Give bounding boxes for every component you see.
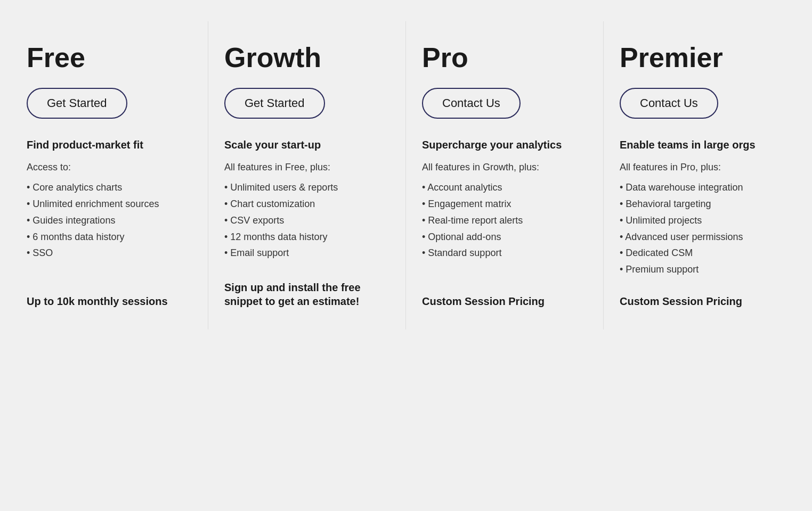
plan-card-growth: GrowthGet StartedScale your start-upAll … [208,21,406,329]
plan-features-growth: • Unlimited users & reports• Chart custo… [224,180,389,265]
plan-tagline-free: Find product-market fit [27,138,192,152]
feature-item: • Unlimited projects [620,213,785,228]
feature-item: • 12 months data history [224,229,389,245]
cta-button-free[interactable]: Get Started [27,88,127,119]
plan-description-free: Access to: [27,160,192,175]
plan-description-premier: All features in Pro, plus: [620,160,785,175]
feature-item: • Email support [224,245,389,261]
plan-features-premier: • Data warehouse integration• Behavioral… [620,180,785,278]
plan-tagline-pro: Supercharge your analytics [422,138,587,152]
plan-card-free: FreeGet StartedFind product-market fitAc… [11,21,208,329]
feature-item: • 6 months data history [27,229,192,245]
feature-item: • Core analytics charts [27,180,192,195]
feature-item: • Advanced user permissions [620,229,785,245]
feature-item: • Data warehouse integration [620,180,785,195]
plan-title-premier: Premier [620,43,785,73]
plan-tagline-premier: Enable teams in large orgs [620,138,785,152]
feature-item: • Behavioral targeting [620,196,785,212]
pricing-grid: FreeGet StartedFind product-market fitAc… [11,21,801,329]
feature-item: • Optional add-ons [422,229,587,245]
plan-description-growth: All features in Free, plus: [224,160,389,175]
feature-item: • Real-time report alerts [422,213,587,228]
feature-item: • Standard support [422,245,587,261]
feature-item: • Dedicated CSM [620,245,785,261]
feature-item: • Engagement matrix [422,196,587,212]
plan-features-pro: • Account analytics• Engagement matrix• … [422,180,587,278]
plan-footer-premier: Custom Session Pricing [620,294,785,308]
feature-item: • Account analytics [422,180,587,195]
cta-button-premier[interactable]: Contact Us [620,88,718,119]
feature-item: • Unlimited users & reports [224,180,389,195]
plan-description-pro: All features in Growth, plus: [422,160,587,175]
feature-item: • Guides integrations [27,213,192,228]
plan-footer-pro: Custom Session Pricing [422,294,587,308]
plan-title-free: Free [27,43,192,73]
plan-footer-free: Up to 10k monthly sessions [27,294,192,308]
feature-item: • Premium support [620,262,785,277]
plan-card-pro: ProContact UsSupercharge your analyticsA… [406,21,604,329]
plan-features-free: • Core analytics charts• Unlimited enric… [27,180,192,278]
plan-footer-growth: Sign up and install the free snippet to … [224,281,389,308]
feature-item: • Chart customization [224,196,389,212]
plan-card-premier: PremierContact UsEnable teams in large o… [604,21,801,329]
cta-button-growth[interactable]: Get Started [224,88,325,119]
plan-title-growth: Growth [224,43,389,73]
feature-item: • CSV exports [224,213,389,228]
feature-item: • Unlimited enrichment sources [27,196,192,212]
feature-item: • SSO [27,245,192,261]
plan-title-pro: Pro [422,43,587,73]
plan-tagline-growth: Scale your start-up [224,138,389,152]
cta-button-pro[interactable]: Contact Us [422,88,521,119]
